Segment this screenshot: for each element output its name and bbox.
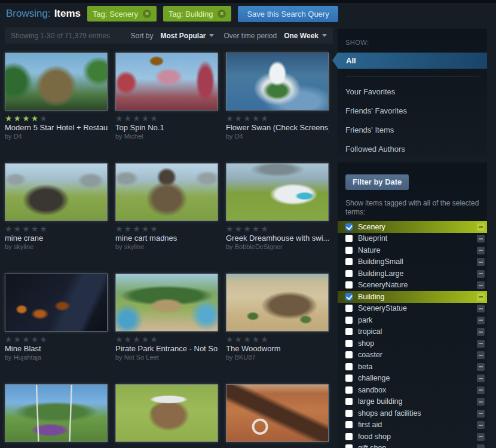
item-title[interactable]: mine crane — [5, 234, 108, 243]
tag-filter-chip-building[interactable]: Tag: Building — [163, 6, 231, 22]
item-author[interactable]: by Michel — [115, 133, 218, 140]
exclude-tag-icon[interactable] — [477, 247, 485, 254]
checkbox-icon[interactable] — [345, 421, 353, 428]
item-thumbnail[interactable] — [5, 53, 108, 111]
filter-by-date-button[interactable]: Filter by Date — [345, 174, 409, 190]
exclude-tag-icon[interactable] — [477, 270, 485, 278]
item-title[interactable]: Pirate Park Entrance - Not So... — [115, 344, 218, 353]
checkbox-icon[interactable] — [345, 363, 353, 370]
save-search-query-button[interactable]: Save this Search Query — [238, 6, 338, 22]
tag-row-sandbox[interactable]: sandbox — [338, 384, 487, 396]
exclude-tag-icon[interactable] — [477, 421, 485, 429]
exclude-tag-icon[interactable] — [477, 305, 485, 312]
tag-row-shops-and-facilities[interactable]: shops and facilities — [338, 407, 487, 419]
checkbox-icon[interactable] — [345, 410, 353, 417]
exclude-tag-icon[interactable] — [477, 398, 485, 406]
checkbox-icon[interactable] — [345, 328, 353, 335]
checkbox-icon[interactable] — [345, 433, 353, 440]
exclude-tag-icon[interactable] — [477, 444, 485, 448]
exclude-tag-icon[interactable] — [477, 235, 485, 243]
checkbox-icon[interactable] — [345, 281, 353, 289]
checkbox-icon[interactable] — [345, 375, 353, 382]
time-period-dropdown[interactable]: One Week — [284, 32, 327, 40]
tag-filter-chip-scenery[interactable]: Tag: Scenery — [87, 6, 157, 22]
checkbox-icon[interactable] — [345, 444, 353, 448]
item-author[interactable]: by skyline — [115, 243, 218, 250]
item-title[interactable]: Modern 5 Star Hotel + Restau... — [5, 123, 108, 132]
exclude-tag-icon[interactable] — [477, 258, 485, 266]
item-author[interactable]: by D4 — [5, 133, 108, 140]
tag-row-large-building[interactable]: large building — [338, 396, 487, 408]
tag-row-blueprint[interactable]: Blueprint — [338, 233, 487, 245]
item-title[interactable]: The Woodworm — [226, 344, 329, 353]
exclude-tag-icon[interactable] — [477, 351, 485, 359]
tag-row-buildingsmall[interactable]: BuildingSmall — [338, 256, 487, 268]
exclude-tag-icon[interactable] — [477, 328, 485, 336]
item-thumbnail[interactable] — [5, 163, 108, 221]
exclude-tag-icon[interactable] — [477, 223, 485, 231]
show-option-your-favorites[interactable]: Your Favorites — [338, 87, 487, 96]
tag-row-gift-shop[interactable]: gift shop — [338, 443, 487, 448]
exclude-tag-icon[interactable] — [477, 433, 485, 441]
exclude-tag-icon[interactable] — [477, 386, 485, 394]
checkbox-icon[interactable] — [345, 247, 353, 254]
exclude-tag-icon[interactable] — [477, 317, 485, 324]
remove-tag-icon[interactable] — [218, 10, 226, 18]
tag-row-challenge[interactable]: challenge — [338, 373, 487, 385]
checkbox-icon[interactable] — [345, 398, 353, 405]
exclude-tag-icon[interactable] — [477, 363, 485, 371]
item-author[interactable]: by BKU87 — [226, 354, 329, 361]
item-title[interactable]: Mine Blast — [5, 344, 108, 353]
checkbox-icon[interactable] — [345, 270, 353, 277]
checkbox-icon[interactable] — [345, 235, 353, 242]
checkbox-icon[interactable] — [345, 317, 353, 324]
item-thumbnail[interactable] — [5, 274, 108, 332]
item-thumbnail[interactable] — [226, 163, 329, 221]
item-thumbnail[interactable] — [115, 274, 218, 332]
item-thumbnail[interactable] — [115, 53, 218, 111]
tag-row-nature[interactable]: Nature — [338, 244, 487, 256]
item-thumbnail[interactable] — [226, 274, 329, 332]
show-option-friends-favorites[interactable]: Friends' Favorites — [338, 106, 487, 115]
item-author[interactable]: by Hujahtaja — [5, 354, 108, 361]
tag-row-scenery[interactable]: Scenery — [338, 221, 487, 233]
exclude-tag-icon[interactable] — [477, 340, 485, 348]
remove-tag-icon[interactable] — [143, 10, 151, 18]
tag-row-building[interactable]: Building — [338, 291, 487, 303]
item-thumbnail[interactable] — [5, 384, 108, 442]
exclude-tag-icon[interactable] — [477, 375, 485, 382]
tag-row-beta[interactable]: beta — [338, 361, 487, 373]
item-thumbnail[interactable] — [115, 384, 218, 442]
item-author[interactable]: by D4 — [226, 133, 329, 140]
checkbox-icon[interactable] — [345, 258, 353, 265]
tag-row-park[interactable]: park — [338, 314, 487, 326]
checkbox-checked-icon[interactable] — [345, 293, 353, 300]
checkbox-icon[interactable] — [345, 351, 353, 358]
tag-row-tropical[interactable]: tropical — [338, 326, 487, 338]
item-thumbnail[interactable] — [226, 384, 329, 442]
exclude-tag-icon[interactable] — [477, 410, 485, 418]
show-option-friends-items[interactable]: Friends' Items — [338, 125, 487, 134]
checkbox-checked-icon[interactable] — [345, 223, 353, 231]
tag-row-buildinglarge[interactable]: BuildingLarge — [338, 268, 487, 280]
show-option-all[interactable]: All — [338, 53, 487, 69]
item-thumbnail[interactable] — [115, 163, 218, 221]
item-title[interactable]: mine cart madnes — [115, 234, 218, 243]
tag-row-food-shop[interactable]: food shop — [338, 431, 487, 443]
checkbox-icon[interactable] — [345, 386, 353, 394]
checkbox-icon[interactable] — [345, 340, 353, 347]
item-author[interactable]: by skyline — [5, 243, 108, 250]
tag-row-shop[interactable]: shop — [338, 337, 487, 349]
item-title[interactable]: Top Spin No.1 — [115, 123, 218, 132]
item-title[interactable]: Greek Dreamhouse with swi... — [226, 234, 329, 243]
checkbox-icon[interactable] — [345, 305, 353, 312]
exclude-tag-icon[interactable] — [477, 281, 485, 289]
tag-row-coaster[interactable]: coaster — [338, 349, 487, 361]
item-author[interactable]: by Not So Leet — [115, 354, 218, 361]
tag-row-scenerystatue[interactable]: SceneryStatue — [338, 303, 487, 315]
tag-row-scenerynature[interactable]: SceneryNature — [338, 280, 487, 291]
item-thumbnail[interactable] — [226, 53, 329, 111]
item-author[interactable]: by BobbieDeSigner — [226, 243, 329, 250]
tag-row-first-aid[interactable]: first aid — [338, 419, 487, 431]
sort-by-dropdown[interactable]: Most Popular — [160, 32, 214, 40]
